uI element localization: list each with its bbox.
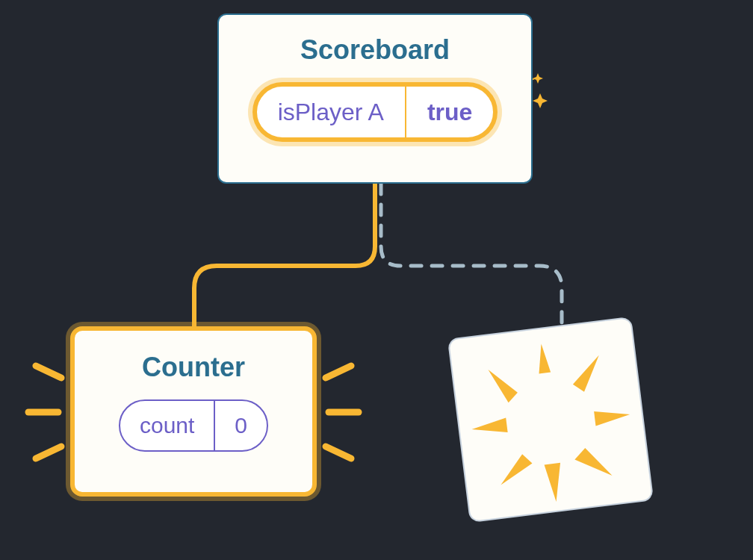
connector-scoreboard-blank bbox=[381, 184, 562, 337]
svg-marker-11 bbox=[498, 453, 534, 485]
svg-marker-9 bbox=[574, 445, 613, 480]
blank-node bbox=[447, 317, 654, 523]
svg-line-2 bbox=[36, 447, 61, 458]
emphasis-lines-right bbox=[326, 366, 359, 458]
burst-icon bbox=[449, 318, 652, 521]
scoreboard-node: Scoreboard isPlayer A true bbox=[217, 13, 533, 184]
svg-marker-10 bbox=[545, 463, 565, 503]
svg-marker-7 bbox=[570, 355, 604, 393]
svg-marker-6 bbox=[536, 343, 551, 373]
counter-node: Counter count 0 bbox=[70, 326, 317, 497]
svg-marker-12 bbox=[471, 417, 507, 436]
svg-line-5 bbox=[326, 447, 351, 458]
svg-marker-13 bbox=[488, 367, 518, 405]
counter-state-value: 0 bbox=[215, 401, 267, 450]
emphasis-lines-left bbox=[28, 366, 61, 458]
counter-title: Counter bbox=[142, 352, 245, 383]
svg-line-0 bbox=[36, 366, 61, 378]
svg-marker-8 bbox=[594, 407, 630, 426]
counter-state-pill: count 0 bbox=[119, 399, 268, 452]
scoreboard-title: Scoreboard bbox=[300, 34, 450, 66]
scoreboard-state-key: isPlayer A bbox=[257, 87, 406, 137]
svg-line-3 bbox=[326, 366, 351, 378]
scoreboard-state-value: true bbox=[406, 87, 493, 137]
diagram-canvas: Scoreboard isPlayer A true Counter count… bbox=[0, 0, 753, 560]
scoreboard-state-pill: isPlayer A true bbox=[252, 82, 498, 142]
counter-state-key: count bbox=[120, 401, 215, 450]
connector-scoreboard-counter bbox=[194, 184, 375, 326]
